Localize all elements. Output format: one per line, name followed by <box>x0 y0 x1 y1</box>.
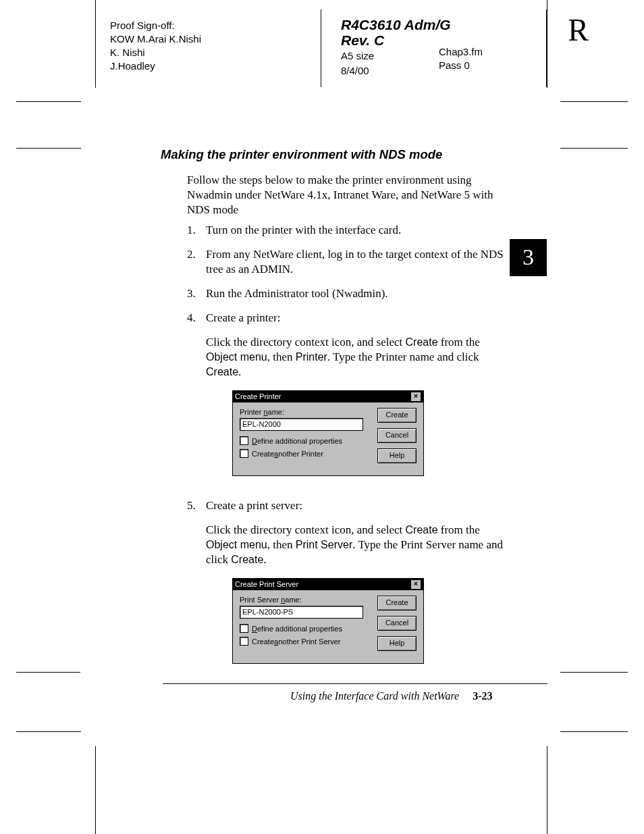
footer-page: 3-23 <box>473 690 492 702</box>
create-printer-dialog: Create Printer × Printer name: EPL-N2000… <box>232 390 424 476</box>
doc-size: A5 size <box>341 49 451 63</box>
doc-date: 8/4/00 <box>341 64 451 78</box>
step-5: 5. Create a print server: Click the dire… <box>187 498 504 577</box>
create-button[interactable]: Create <box>377 596 417 610</box>
chapter-tab: 3 <box>510 239 547 276</box>
proof-name: KOW M.Arai K.Nishi <box>110 32 201 46</box>
doc-title-2: Rev. C <box>341 32 451 48</box>
doc-header: R4C3610 Adm/G Rev. C A5 size 8/4/00 <box>341 17 451 78</box>
footer-rule <box>163 683 547 684</box>
proof-label: Proof Sign-off: <box>110 19 201 32</box>
step-4: 4. Create a printer: Click the directory… <box>187 311 504 380</box>
print-server-name-label: Print Server name: <box>240 596 368 604</box>
step-4-detail: Click the directory context icon, and se… <box>206 335 504 380</box>
proof-name: J.Hoadley <box>110 59 201 73</box>
close-icon[interactable]: × <box>410 579 421 590</box>
step-3: 3. Run the Administrator tool (Nwadmin). <box>187 286 504 301</box>
close-icon[interactable]: × <box>410 392 421 402</box>
dialog-title: Create Print Server <box>235 579 298 590</box>
step-2: 2. From any NetWare client, log in to th… <box>187 247 504 277</box>
proof-name: K. Nishi <box>110 46 201 59</box>
step-5-detail: Click the directory context icon, and se… <box>206 523 504 567</box>
help-button[interactable]: Help <box>377 636 417 651</box>
doc-title-1: R4C3610 Adm/G <box>341 17 451 32</box>
cancel-button[interactable]: Cancel <box>377 616 417 631</box>
proof-signoff: Proof Sign-off: KOW M.Arai K.Nishi K. Ni… <box>110 19 201 73</box>
create-another-checkbox[interactable]: Create another Printer <box>240 449 368 458</box>
printer-name-label: Printer name: <box>240 408 368 416</box>
page-side-letter: R <box>568 12 589 48</box>
help-button[interactable]: Help <box>377 448 417 463</box>
doc-header-col2: Chap3.fm Pass 0 <box>439 45 483 72</box>
footer: Using the Interface Card with NetWare 3-… <box>290 690 493 702</box>
print-server-name-input[interactable]: EPL-N2000-PS <box>240 606 363 619</box>
step-1: 1. Turn on the printer with the interfac… <box>187 223 504 238</box>
cancel-button[interactable]: Cancel <box>377 428 417 443</box>
section-heading: Making the printer environment with NDS … <box>161 147 442 162</box>
create-another-checkbox[interactable]: Create another Print Server <box>240 637 368 646</box>
dialog-titlebar: Create Printer × <box>233 391 423 402</box>
create-button[interactable]: Create <box>377 408 417 423</box>
intro-paragraph: Follow the steps below to make the print… <box>187 173 498 217</box>
steps-list: 1. Turn on the printer with the interfac… <box>187 223 504 389</box>
printer-name-input[interactable]: EPL-N2000 <box>240 418 363 431</box>
dialog-title: Create Printer <box>235 391 281 402</box>
dialog-titlebar: Create Print Server × <box>233 579 423 590</box>
define-additional-checkbox[interactable]: Define additional properties <box>240 624 368 633</box>
create-print-server-dialog: Create Print Server × Print Server name:… <box>232 578 424 664</box>
doc-file: Chap3.fm <box>439 45 483 59</box>
doc-pass: Pass 0 <box>439 59 483 72</box>
define-additional-checkbox[interactable]: Define additional properties <box>240 436 368 445</box>
footer-chapter: Using the Interface Card with NetWare <box>290 690 459 702</box>
